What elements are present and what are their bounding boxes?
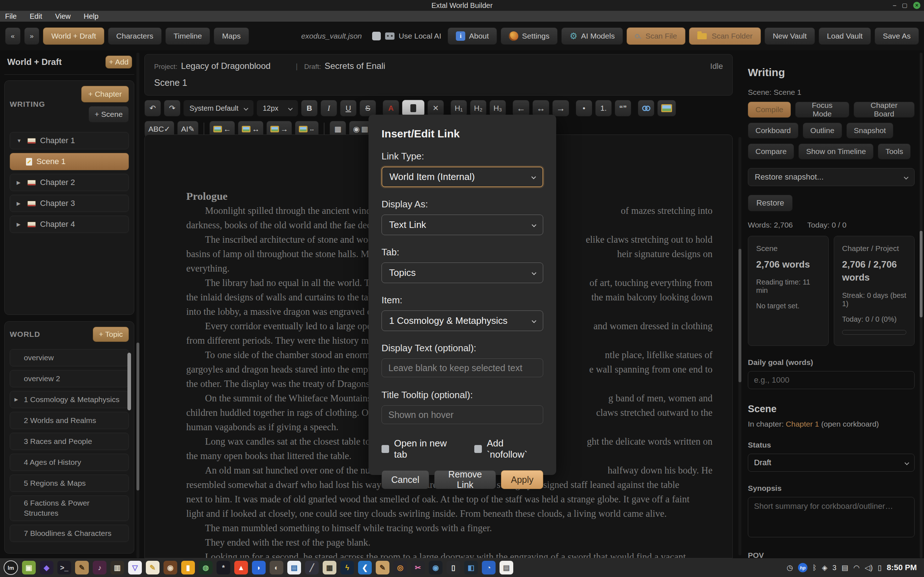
file-manager-icon[interactable]: ▣ bbox=[22, 561, 36, 574]
tree-item-chapter-2[interactable]: ▶ Chapter 2 bbox=[10, 174, 129, 191]
daily-goal-input[interactable] bbox=[748, 371, 914, 389]
snapshot-button[interactable]: Snapshot bbox=[846, 122, 894, 139]
graphite-icon[interactable]: ▽ bbox=[128, 561, 142, 574]
clear-format-button[interactable]: ✕ bbox=[427, 100, 444, 116]
nav-back-button[interactable]: « bbox=[5, 27, 21, 45]
heading3-button[interactable]: H₃ bbox=[489, 100, 506, 116]
ai-models-button[interactable]: ⚙ AI Models bbox=[561, 27, 623, 45]
focus-mode-button[interactable]: Focus Mode bbox=[795, 102, 849, 118]
chromium-icon[interactable]: ◔ bbox=[482, 561, 496, 574]
menu-edit[interactable]: Edit bbox=[30, 12, 42, 21]
text-editor-icon[interactable]: ▤ bbox=[499, 561, 513, 574]
volume-icon[interactable]: ◁) bbox=[865, 563, 873, 572]
chevron-right-icon[interactable]: ▶ bbox=[16, 221, 23, 227]
add-scene-button[interactable]: + Scene bbox=[89, 106, 129, 122]
nav-forward-button[interactable]: » bbox=[24, 27, 40, 45]
bold-button[interactable]: B bbox=[301, 100, 318, 116]
tree-item-chapter-3[interactable]: ▶ Chapter 3 bbox=[10, 195, 129, 212]
topic-ages-history[interactable]: 4 Ages of History bbox=[10, 454, 129, 471]
bluetooth-icon[interactable]: ᛒ bbox=[813, 564, 817, 572]
libreoffice-writer-icon[interactable]: ▤ bbox=[287, 561, 301, 574]
tree-item-chapter-1[interactable]: ▼ Chapter 1 bbox=[10, 132, 129, 149]
corkboard-button[interactable]: Corkboard bbox=[748, 122, 798, 139]
clock-icon[interactable]: ◷ bbox=[787, 563, 793, 572]
clock[interactable]: 8:50 PM bbox=[887, 563, 917, 572]
align-center-icon[interactable]: ↔ bbox=[532, 100, 549, 116]
topic-regions-maps[interactable]: 5 Regions & Maps bbox=[10, 475, 129, 492]
save-as-button[interactable]: Save As bbox=[874, 27, 919, 45]
battery-icon[interactable]: ▯ bbox=[878, 563, 882, 572]
restore-button[interactable]: Restore bbox=[748, 195, 793, 211]
chevron-right-icon[interactable]: ▶ bbox=[16, 200, 23, 206]
topic-overview[interactable]: overview bbox=[10, 349, 129, 366]
topic-cosmology[interactable]: ▶ 1 Cosmology & Metaphysics bbox=[10, 391, 129, 408]
undo-icon[interactable]: ↶ bbox=[144, 100, 161, 116]
minimize-icon[interactable]: – bbox=[893, 3, 896, 8]
tree-item-scene-1[interactable]: Scene 1 bbox=[10, 153, 129, 170]
about-button[interactable]: i About bbox=[447, 27, 497, 45]
screenshot-tool-icon[interactable]: ✂ bbox=[411, 561, 425, 574]
add-chapter-button[interactable]: + Chapter bbox=[81, 86, 129, 102]
calculator-icon[interactable]: ▦ bbox=[323, 561, 336, 574]
chevron-right-icon[interactable]: ▶ bbox=[15, 396, 18, 403]
use-local-ai-toggle[interactable]: Use Local AI bbox=[372, 32, 444, 40]
vscode-icon[interactable]: ❮ bbox=[358, 561, 372, 574]
chapter-board-button[interactable]: Chapter Board bbox=[854, 102, 914, 118]
underline-button[interactable]: U bbox=[340, 100, 357, 116]
add-button[interactable]: + Add bbox=[105, 56, 132, 69]
inkpen-icon[interactable]: ╱ bbox=[305, 561, 319, 574]
maximize-icon[interactable]: ▢ bbox=[902, 3, 908, 8]
compare-button[interactable]: Compare bbox=[748, 143, 794, 160]
featherpad-icon[interactable]: ✎ bbox=[376, 561, 389, 574]
heading2-button[interactable]: H₂ bbox=[470, 100, 486, 116]
new-vault-button[interactable]: New Vault bbox=[764, 27, 815, 45]
align-right-icon[interactable]: → bbox=[552, 100, 569, 116]
insert-image-button[interactable] bbox=[657, 100, 676, 116]
close-icon[interactable]: ✕ bbox=[913, 2, 921, 9]
italic-button[interactable]: I bbox=[320, 100, 337, 116]
web-browser-icon[interactable]: ◍ bbox=[199, 561, 213, 574]
gimp-icon[interactable]: ◐ bbox=[270, 561, 283, 574]
download-manager-icon[interactable]: ◗ bbox=[252, 561, 266, 574]
brave-icon[interactable]: ▲ bbox=[234, 561, 248, 574]
chapter-link[interactable]: Chapter 1 bbox=[786, 420, 819, 428]
settings-button[interactable]: Settings bbox=[501, 27, 558, 45]
tab-select[interactable]: Topics bbox=[381, 263, 543, 283]
align-left-icon[interactable]: ← bbox=[512, 100, 530, 116]
photos-icon[interactable]: ◎ bbox=[393, 561, 407, 574]
insert-link-button[interactable] bbox=[638, 100, 654, 116]
video-editor-icon[interactable]: ▥ bbox=[110, 561, 124, 574]
status-select[interactable]: Draft bbox=[748, 454, 914, 472]
scan-folder-button[interactable]: Scan Folder bbox=[689, 27, 761, 45]
thunderbird-icon[interactable]: ϟ bbox=[340, 561, 354, 574]
font-family-select[interactable]: System Default bbox=[183, 100, 254, 116]
umbrello-icon[interactable]: * bbox=[216, 561, 230, 574]
tab-characters[interactable]: Characters bbox=[108, 27, 162, 45]
tab-world-draft[interactable]: World + Draft bbox=[43, 27, 104, 45]
keep-notes-icon[interactable]: ▮ bbox=[181, 561, 195, 574]
open-new-tab-option[interactable]: Open in new tab bbox=[381, 438, 459, 460]
item-select[interactable]: 1 Cosmology & Metaphysics bbox=[381, 311, 543, 331]
numbered-list-button[interactable]: 1. bbox=[595, 100, 612, 116]
chevron-right-icon[interactable]: ▶ bbox=[16, 180, 23, 185]
link-type-select[interactable]: World Item (Internal) bbox=[381, 167, 543, 187]
scan-file-button[interactable]: Scan File bbox=[627, 27, 685, 45]
tooltip-input[interactable] bbox=[381, 405, 543, 424]
topic-list-scrollbar[interactable] bbox=[128, 353, 131, 410]
tab-maps[interactable]: Maps bbox=[214, 27, 249, 45]
editor-scrollbar-thumb[interactable] bbox=[738, 249, 741, 382]
restore-snapshot-select[interactable]: Restore snapshot... bbox=[748, 168, 914, 186]
apply-button[interactable]: Apply bbox=[501, 470, 543, 489]
topic-overview-2[interactable]: overview 2 bbox=[10, 370, 129, 387]
menu-file[interactable]: File bbox=[5, 12, 16, 21]
redo-icon[interactable]: ↷ bbox=[164, 100, 181, 116]
printer-icon[interactable]: ▤ bbox=[842, 563, 848, 572]
sidebar-scrollbar-thumb[interactable] bbox=[136, 343, 139, 490]
font-size-select[interactable]: 12px bbox=[257, 100, 298, 116]
remove-link-button[interactable]: Remove Link bbox=[434, 470, 496, 489]
strikethrough-button[interactable]: S bbox=[360, 100, 376, 116]
topic-races-people[interactable]: 3 Races and People bbox=[10, 433, 129, 450]
chevron-down-icon[interactable]: ▼ bbox=[16, 138, 23, 143]
display-as-select[interactable]: Text Link bbox=[381, 214, 543, 235]
input-count[interactable]: 3 bbox=[832, 564, 836, 572]
